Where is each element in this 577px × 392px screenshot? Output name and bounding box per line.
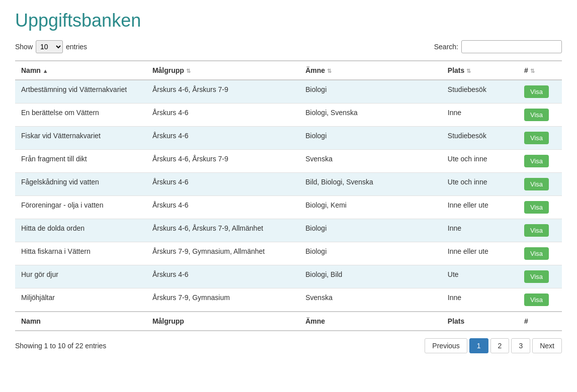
table-row: Hitta de dolda ordenÅrskurs 4-6, Årskurs… [15, 219, 562, 242]
page-button-3[interactable]: 3 [511, 338, 530, 353]
cell-plats: Studiebesök [442, 80, 518, 104]
cell-namn: Hitta de dolda orden [15, 219, 146, 242]
footer-ämne: Ämne [299, 312, 442, 331]
visa-button[interactable]: Visa [524, 247, 549, 260]
cell-amne: Biologi, Svenska [299, 104, 442, 127]
show-label: Show [15, 43, 33, 51]
table-row: Hitta fiskarna i VätternÅrskurs 7-9, Gym… [15, 242, 562, 265]
cell-visa: Visa [518, 288, 562, 312]
cell-malgrupp: Årskurs 4-6, Årskurs 7-9 [146, 150, 299, 173]
table-row: Från fragment till diktÅrskurs 4-6, Årsk… [15, 150, 562, 173]
cell-visa: Visa [518, 104, 562, 127]
cell-plats: Inne eller ute [442, 196, 518, 219]
cell-malgrupp: Årskurs 4-6 [146, 127, 299, 150]
cell-plats: Inne eller ute [442, 242, 518, 265]
cell-amne: Biologi, Kemi [299, 196, 442, 219]
table-row: MiljöhjältarÅrskurs 7-9, GymnasiumSvensk… [15, 288, 562, 312]
cell-namn: Föroreningar - olja i vatten [15, 196, 146, 219]
cell-malgrupp: Årskurs 7-9, Gymnasium [146, 288, 299, 312]
cell-plats: Ute [442, 265, 518, 288]
visa-button[interactable]: Visa [524, 201, 549, 214]
table-footer: NamnMålgruppÄmnePlats# [15, 312, 562, 331]
cell-namn: Fågelskådning vid vatten [15, 173, 146, 196]
cell-plats: Inne [442, 219, 518, 242]
cell-visa: Visa [518, 265, 562, 288]
table-row: Hur gör djurÅrskurs 4-6Biologi, BildUteV… [15, 265, 562, 288]
table-body: Artbestämning vid VätternakvarietÅrskurs… [15, 80, 562, 312]
cell-amne: Svenska [299, 288, 442, 312]
bottom-bar: Showing 1 to 10 of 22 entries Previous12… [15, 338, 562, 353]
cell-namn: Fiskar vid Vätternakvariet [15, 127, 146, 150]
footer-målgrupp: Målgrupp [146, 312, 299, 331]
cell-amne: Bild, Biologi, Svenska [299, 173, 442, 196]
table-row: Artbestämning vid VätternakvarietÅrskurs… [15, 80, 562, 104]
cell-amne: Biologi [299, 219, 442, 242]
cell-malgrupp: Årskurs 4-6 [146, 196, 299, 219]
cell-malgrupp: Årskurs 4-6 [146, 173, 299, 196]
visa-button[interactable]: Visa [524, 85, 549, 98]
entries-label: entries [66, 43, 87, 51]
cell-plats: Studiebesök [442, 127, 518, 150]
visa-button[interactable]: Visa [524, 132, 549, 144]
cell-plats: Inne [442, 104, 518, 127]
table-row: Fiskar vid VätternakvarietÅrskurs 4-6Bio… [15, 127, 562, 150]
visa-button[interactable]: Visa [524, 224, 549, 237]
search-control: Search: [434, 40, 562, 53]
footer-plats: Plats [442, 312, 518, 331]
visa-button[interactable]: Visa [524, 109, 549, 121]
cell-plats: Ute och inne [442, 150, 518, 173]
cell-amne: Biologi, Bild [299, 265, 442, 288]
header-namn[interactable]: Namn ▲ [15, 61, 146, 80]
search-input[interactable] [461, 40, 562, 53]
page-button-1[interactable]: 1 [469, 338, 488, 353]
entries-select[interactable]: 102550100 [36, 40, 63, 53]
main-table: Namn ▲Målgrupp ⇅Ämne ⇅Plats ⇅# ⇅ Artbest… [15, 60, 562, 331]
cell-amne: Biologi [299, 80, 442, 104]
cell-namn: Från fragment till dikt [15, 150, 146, 173]
visa-button[interactable]: Visa [524, 293, 549, 306]
cell-visa: Visa [518, 242, 562, 265]
page-title: Uppgiftsbanken [15, 10, 562, 31]
visa-button[interactable]: Visa [524, 270, 549, 283]
next-button[interactable]: Next [532, 338, 562, 353]
showing-text: Showing 1 to 10 of 22 entries [15, 342, 106, 350]
cell-malgrupp: Årskurs 7-9, Gymnasium, Allmänhet [146, 242, 299, 265]
cell-namn: Artbestämning vid Vätternakvariet [15, 80, 146, 104]
cell-visa: Visa [518, 150, 562, 173]
visa-button[interactable]: Visa [524, 178, 549, 190]
cell-amne: Biologi [299, 127, 442, 150]
cell-malgrupp: Årskurs 4-6 [146, 265, 299, 288]
cell-plats: Ute och inne [442, 173, 518, 196]
cell-visa: Visa [518, 80, 562, 104]
cell-malgrupp: Årskurs 4-6, Årskurs 7-9 [146, 80, 299, 104]
cell-namn: Hur gör djur [15, 265, 146, 288]
table-row: En berättelse om VätternÅrskurs 4-6Biolo… [15, 104, 562, 127]
cell-namn: Hitta fiskarna i Vättern [15, 242, 146, 265]
entries-control: Show 102550100 entries [15, 40, 87, 53]
cell-namn: Miljöhjältar [15, 288, 146, 312]
search-label: Search: [434, 43, 458, 51]
table-row: Föroreningar - olja i vattenÅrskurs 4-6B… [15, 196, 562, 219]
header-row: Namn ▲Målgrupp ⇅Ämne ⇅Plats ⇅# ⇅ [15, 61, 562, 80]
cell-plats: Inne [442, 288, 518, 312]
previous-button[interactable]: Previous [425, 338, 467, 353]
cell-amne: Svenska [299, 150, 442, 173]
header-plats[interactable]: Plats ⇅ [442, 61, 518, 80]
header-hash[interactable]: # ⇅ [518, 61, 562, 80]
cell-visa: Visa [518, 173, 562, 196]
table-row: Fågelskådning vid vattenÅrskurs 4-6Bild,… [15, 173, 562, 196]
cell-visa: Visa [518, 127, 562, 150]
footer-row: NamnMålgruppÄmnePlats# [15, 312, 562, 331]
footer-namn: Namn [15, 312, 146, 331]
cell-visa: Visa [518, 196, 562, 219]
cell-amne: Biologi [299, 242, 442, 265]
cell-namn: En berättelse om Vättern [15, 104, 146, 127]
cell-malgrupp: Årskurs 4-6 [146, 104, 299, 127]
cell-malgrupp: Årskurs 4-6, Årskurs 7-9, Allmänhet [146, 219, 299, 242]
pagination: Previous123Next [425, 338, 562, 353]
visa-button[interactable]: Visa [524, 155, 549, 167]
header-amne[interactable]: Ämne ⇅ [299, 61, 442, 80]
page-button-2[interactable]: 2 [490, 338, 510, 353]
top-controls: Show 102550100 entries Search: [15, 40, 562, 53]
header-malgrupp[interactable]: Målgrupp ⇅ [146, 61, 299, 80]
